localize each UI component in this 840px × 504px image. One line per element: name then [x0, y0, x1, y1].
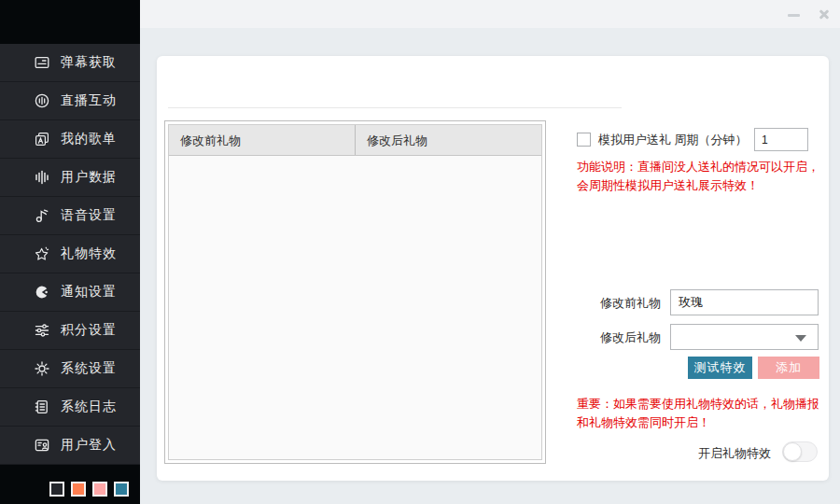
theme-swatch-pink[interactable] — [92, 482, 107, 497]
table-header-after: 修改后礼物 — [355, 125, 541, 155]
system-log-icon — [34, 399, 50, 415]
theme-swatch-teal[interactable] — [114, 482, 129, 497]
user-data-icon — [34, 169, 50, 186]
sidebar-item-label: 积分设置 — [61, 322, 117, 339]
function-note: 功能说明：直播间没人送礼的情况可以开启， 会周期性模拟用户送礼展示特效！ — [577, 158, 821, 195]
sidebar-item-label: 礼物特效 — [61, 245, 117, 262]
sidebar-nav: 弹幕获取 直播互动 我的歌单 — [0, 44, 140, 465]
sidebar-item-label: 系统日志 — [61, 399, 117, 415]
sidebar-item-points-settings[interactable]: 积分设置 — [0, 312, 140, 350]
window-controls — [788, 0, 831, 28]
notification-settings-icon — [34, 284, 50, 301]
sidebar: 弹幕获取 直播互动 我的歌单 — [0, 0, 140, 504]
sidebar-item-label: 弹幕获取 — [61, 54, 117, 71]
sidebar-item-label: 通知设置 — [61, 284, 117, 301]
simulate-gift-checkbox[interactable] — [577, 133, 591, 147]
table-header-before: 修改前礼物 — [169, 125, 355, 155]
sidebar-item-danmaku[interactable]: 弹幕获取 — [0, 44, 140, 82]
gift-replace-table: 修改前礼物 修改后礼物 — [164, 120, 546, 464]
before-gift-input[interactable] — [670, 289, 819, 315]
sidebar-item-label: 用户登入 — [61, 437, 117, 454]
important-note-line1: 重要：如果需要使用礼物特效的话，礼物播报 — [577, 395, 821, 413]
enable-gift-effect-label: 开启礼物特效 — [698, 445, 771, 462]
table-header-row: 修改前礼物 修改后礼物 — [169, 125, 541, 156]
theme-swatch-dark[interactable] — [49, 482, 64, 497]
sidebar-item-notification-settings[interactable]: 通知设置 — [0, 273, 140, 312]
before-gift-label: 修改前礼物 — [600, 295, 661, 312]
sidebar-item-label: 系统设置 — [61, 360, 117, 377]
important-note-line2: 和礼物特效需同时开启！ — [577, 413, 821, 432]
add-button[interactable]: 添加 — [758, 357, 819, 379]
playlist-icon — [34, 131, 50, 147]
important-note: 重要：如果需要使用礼物特效的话，礼物播报 和礼物特效需同时开启！ — [577, 395, 821, 432]
sidebar-item-system-settings[interactable]: 系统设置 — [0, 350, 140, 388]
sidebar-item-user-data[interactable]: 用户数据 — [0, 159, 140, 197]
chevron-down-icon — [795, 335, 806, 342]
user-login-icon — [34, 437, 50, 454]
sidebar-item-live-interaction[interactable]: 直播互动 — [0, 82, 140, 120]
simulate-gift-row: 模拟用户送礼 周期（分钟） — [577, 128, 748, 151]
gift-effects-icon — [34, 245, 50, 262]
enable-gift-effect-toggle[interactable] — [782, 441, 818, 462]
points-settings-icon — [34, 322, 50, 339]
sidebar-item-gift-effects[interactable]: 礼物特效 — [0, 235, 140, 273]
toggle-knob — [783, 442, 802, 461]
simulate-gift-label: 模拟用户送礼 周期（分钟） — [598, 132, 748, 148]
main-area: 礼物特效替换 修改前礼物 修改后礼物 模拟用户送礼 周期（分钟） 功能说明：直播… — [140, 0, 840, 504]
theme-swatch-orange[interactable] — [71, 482, 86, 497]
gift-replace-table-inner: 修改前礼物 修改后礼物 — [168, 124, 542, 460]
system-settings-icon — [34, 360, 50, 377]
sidebar-item-label: 直播互动 — [61, 92, 117, 109]
sidebar-item-label: 用户数据 — [61, 169, 117, 186]
function-note-line1: 功能说明：直播间没人送礼的情况可以开启， — [577, 158, 821, 176]
period-minutes-input[interactable] — [754, 128, 808, 151]
sidebar-item-voice-settings[interactable]: 语音设置 — [0, 197, 140, 235]
after-gift-label: 修改后礼物 — [600, 329, 661, 346]
window-titlebar — [140, 0, 840, 28]
logo-area — [0, 0, 140, 44]
voice-settings-icon — [34, 207, 50, 224]
close-icon[interactable] — [818, 0, 831, 28]
minimize-icon[interactable] — [788, 0, 801, 28]
test-effect-button[interactable]: 测试特效 — [688, 357, 752, 379]
after-gift-select[interactable] — [670, 324, 819, 350]
danmaku-icon — [34, 54, 50, 71]
theme-swatches — [49, 482, 129, 497]
sidebar-item-label: 我的歌单 — [61, 131, 117, 147]
gift-effect-panel: 礼物特效替换 修改前礼物 修改后礼物 模拟用户送礼 周期（分钟） 功能说明：直播… — [157, 56, 829, 481]
title-divider — [168, 107, 622, 108]
sidebar-item-playlist[interactable]: 我的歌单 — [0, 120, 140, 159]
sidebar-item-label: 语音设置 — [61, 207, 117, 224]
sidebar-item-system-log[interactable]: 系统日志 — [0, 388, 140, 427]
table-body-empty[interactable] — [169, 156, 541, 459]
live-interaction-icon — [34, 92, 50, 109]
function-note-line2: 会周期性模拟用户送礼展示特效！ — [577, 176, 821, 195]
sidebar-item-user-login[interactable]: 用户登入 — [0, 427, 140, 465]
sidebar-footer — [0, 465, 140, 504]
